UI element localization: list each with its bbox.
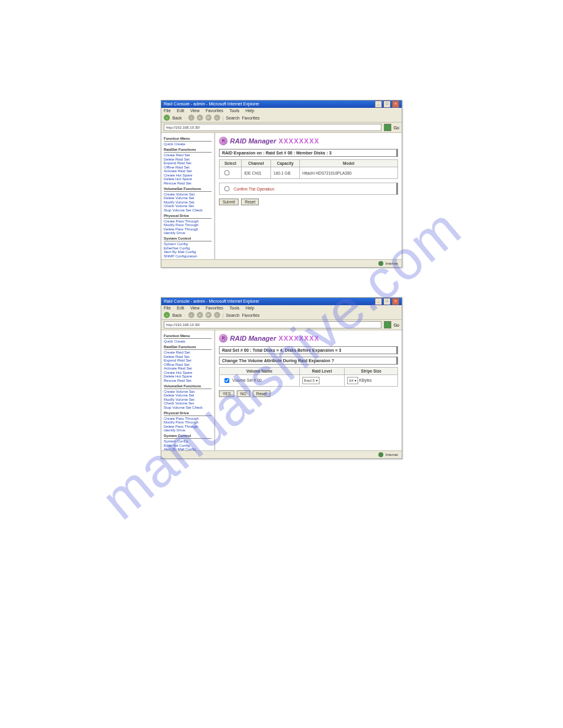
titlebar: Raid Console - admin - Microsoft Interne… bbox=[161, 100, 402, 108]
sidebar-link[interactable]: Check Volume Set bbox=[164, 401, 212, 405]
sidebar-link[interactable]: Identify Drive bbox=[164, 428, 212, 432]
sidebar-link[interactable]: Quick Create bbox=[164, 142, 212, 146]
sidebar-link[interactable]: Activate Raid Set bbox=[164, 169, 212, 173]
close-button[interactable]: × bbox=[392, 298, 399, 305]
sidebar-link[interactable]: Expand Raid Set bbox=[164, 161, 212, 165]
yes-button[interactable]: YES bbox=[219, 390, 234, 397]
confirm-label: Confirm The Operation bbox=[234, 187, 274, 191]
sidebar-link[interactable]: Modify Volume Set bbox=[164, 398, 212, 401]
sidebar-link[interactable]: Quick Create bbox=[164, 339, 212, 343]
minimize-button[interactable]: _ bbox=[375, 298, 382, 305]
sidebar-link[interactable]: Delete Volume Set bbox=[164, 196, 212, 200]
menu-view[interactable]: View bbox=[190, 108, 199, 113]
menu-file[interactable]: File bbox=[164, 108, 170, 113]
cell-stripe-size[interactable]: 64 ▾ KBytes bbox=[345, 375, 398, 387]
confirm-row: Confirm The Operation bbox=[219, 183, 398, 195]
address-field[interactable]: http://192.168.10.30/ bbox=[164, 124, 381, 131]
sidebar-link[interactable]: Expand Raid Set bbox=[164, 358, 212, 362]
sidebar-link[interactable]: Create Pass Through bbox=[164, 219, 212, 223]
sidebar-link[interactable]: Rescue Raid Set bbox=[164, 181, 212, 185]
sidebar-link[interactable]: Create Hot Spare bbox=[164, 173, 212, 177]
main-panel: R RAID Manager XXXXXXXX Raid Set # 00 : … bbox=[215, 330, 402, 455]
select-checkbox[interactable] bbox=[224, 170, 229, 175]
toolbar-sep: · bbox=[185, 116, 186, 120]
reset-button[interactable]: Reset bbox=[253, 390, 270, 397]
sidebar-link[interactable]: Rescue Raid Set bbox=[164, 379, 212, 382]
forward-icon[interactable]: › bbox=[188, 115, 194, 121]
menu-tools[interactable]: Tools bbox=[229, 108, 239, 113]
sidebar-link[interactable]: Delete Hot Spare bbox=[164, 177, 212, 181]
sidebar-link[interactable]: Identify Drive bbox=[164, 231, 212, 235]
cell-select[interactable] bbox=[220, 167, 242, 179]
sidebar-link[interactable]: Offline Raid Set bbox=[164, 165, 212, 169]
sidebar-link[interactable]: Activate Raid Set bbox=[164, 366, 212, 370]
sidebar-link[interactable]: Offline Raid Set bbox=[164, 363, 212, 366]
sidebar-link[interactable]: EtherNet Config bbox=[164, 444, 212, 447]
reset-button[interactable]: Reset bbox=[241, 199, 259, 205]
submit-button[interactable]: Submit bbox=[219, 199, 239, 205]
menu-file[interactable]: File bbox=[164, 306, 170, 310]
sidebar-link[interactable]: Delete Raid Set bbox=[164, 157, 212, 161]
go-button[interactable] bbox=[384, 124, 391, 131]
menu-bar: File Edit View Favorites Tools Help bbox=[161, 305, 402, 311]
stop-icon[interactable]: × bbox=[197, 115, 203, 121]
sidebar-link[interactable]: Create Pass Through bbox=[164, 417, 212, 420]
menu-help[interactable]: Help bbox=[245, 306, 254, 310]
menu-edit[interactable]: Edit bbox=[177, 306, 184, 310]
sidebar-link[interactable]: SNMP Configuration bbox=[164, 254, 212, 258]
sidebar-link[interactable]: Delete Pass Through bbox=[164, 425, 212, 428]
search-label[interactable]: Search bbox=[226, 313, 239, 317]
menu-edit[interactable]: Edit bbox=[177, 108, 184, 113]
address-bar: http://192.168.10.30/ Go bbox=[161, 123, 402, 133]
stop-icon[interactable]: × bbox=[197, 312, 203, 318]
sidebar-link[interactable]: Delete Hot Spare bbox=[164, 374, 212, 378]
no-button[interactable]: NO bbox=[237, 390, 250, 397]
back-icon[interactable]: ‹ bbox=[164, 115, 170, 121]
forward-icon[interactable]: › bbox=[188, 312, 194, 318]
menu-help[interactable]: Help bbox=[245, 108, 254, 113]
maximize-button[interactable]: □ bbox=[383, 100, 391, 108]
home-icon[interactable]: ⌂ bbox=[214, 115, 220, 121]
sidebar-link[interactable]: Stop Volume Set Check bbox=[164, 406, 212, 409]
sidebar-link[interactable]: Modify Pass Through bbox=[164, 223, 212, 227]
search-label[interactable]: Search bbox=[226, 116, 239, 120]
favorites-label[interactable]: Favorites bbox=[242, 313, 260, 317]
close-button[interactable]: × bbox=[392, 100, 399, 108]
refresh-icon[interactable]: ⟳ bbox=[205, 115, 212, 121]
home-icon[interactable]: ⌂ bbox=[214, 312, 220, 318]
volume-checkbox[interactable] bbox=[224, 378, 229, 383]
menu-view[interactable]: View bbox=[190, 306, 199, 310]
minimize-button[interactable]: _ bbox=[375, 100, 382, 108]
cell-raid-level[interactable]: Raid 5 ▾ bbox=[299, 375, 345, 387]
sidebar-link[interactable]: Create Hot Spare bbox=[164, 371, 212, 374]
favorites-label[interactable]: Favorites bbox=[242, 116, 260, 120]
sidebar-link[interactable]: Modify Volume Set bbox=[164, 200, 212, 204]
sidebar-link[interactable]: System Config bbox=[164, 242, 212, 246]
sidebar-link[interactable]: Create Volume Set bbox=[164, 192, 212, 196]
address-field[interactable]: http://192.168.10.30/ bbox=[164, 321, 381, 328]
refresh-icon[interactable]: ⟳ bbox=[205, 312, 212, 318]
sidebar-link[interactable]: Check Volume Set bbox=[164, 204, 212, 208]
sidebar-link[interactable]: EtherNet Config bbox=[164, 246, 212, 250]
back-icon[interactable]: ‹ bbox=[164, 312, 170, 318]
sidebar-link[interactable]: Delete Volume Set bbox=[164, 393, 212, 397]
menu-tools[interactable]: Tools bbox=[229, 306, 239, 310]
sidebar-link[interactable]: Delete Pass Through bbox=[164, 227, 212, 231]
maximize-button[interactable]: □ bbox=[383, 298, 391, 305]
sidebar-link[interactable]: Create Volume Set bbox=[164, 390, 212, 393]
status-bar: Internet bbox=[161, 450, 402, 458]
raid-level-select[interactable]: Raid 5 ▾ bbox=[302, 377, 320, 384]
sidebar-link[interactable]: Alert By Mail Config bbox=[164, 250, 212, 254]
sidebar-link[interactable]: Modify Pass Through bbox=[164, 420, 212, 424]
sidebar-link[interactable]: Stop Volume Set Check bbox=[164, 208, 212, 212]
go-button[interactable] bbox=[384, 321, 391, 328]
sidebar-link[interactable]: Create Raid Set bbox=[164, 351, 212, 354]
menu-favorites[interactable]: Favorites bbox=[205, 306, 223, 310]
sidebar-link[interactable]: Create Raid Set bbox=[164, 153, 212, 157]
stripe-size-select[interactable]: 64 ▾ bbox=[347, 377, 358, 384]
sidebar-link[interactable]: System Config bbox=[164, 439, 212, 443]
menu-favorites[interactable]: Favorites bbox=[205, 108, 223, 113]
confirm-checkbox[interactable] bbox=[224, 186, 229, 191]
content-area: Function Menu Quick Create RaidSet Funct… bbox=[161, 133, 402, 264]
sidebar-link[interactable]: Delete Raid Set bbox=[164, 355, 212, 358]
